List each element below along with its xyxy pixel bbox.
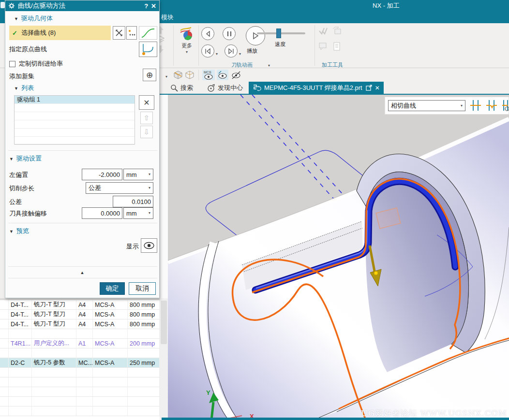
table-cell	[76, 387, 93, 396]
section-list[interactable]: ▼列表	[14, 84, 34, 92]
transform-icon[interactable]	[332, 26, 342, 36]
table-cell	[9, 368, 32, 377]
section-drive-geometry[interactable]: ▼驱动几何体	[14, 14, 53, 23]
table-cell	[93, 406, 128, 416]
add-new-set-button[interactable]: ⊕	[143, 69, 156, 81]
ribbon-tab-module[interactable]: 模块	[161, 13, 174, 22]
discovery-icon	[207, 84, 215, 92]
follow-fillet-icon[interactable]	[485, 99, 498, 112]
table-row[interactable]: D4-T...铣刀-T 型刀A4MCS-A800 mmp	[0, 310, 160, 319]
list-item[interactable]	[15, 129, 135, 137]
left-offset-unit-combo[interactable]: mm▾	[123, 169, 153, 180]
note-icon[interactable]	[318, 42, 328, 51]
go-to-end-button[interactable]	[225, 44, 238, 58]
table-row[interactable]	[0, 397, 160, 406]
preview-display-button[interactable]	[141, 238, 157, 253]
table-row[interactable]: D4-T...铣刀-T 型刀A4MCS-A800 mmp	[0, 319, 160, 329]
checkbox-box	[9, 61, 15, 67]
table-cell	[0, 358, 9, 367]
table-cell: D2-C	[9, 358, 32, 367]
show-mcs-button[interactable]: MCS	[202, 70, 215, 80]
speed-slider-track[interactable]	[257, 32, 305, 34]
left-offset-input[interactable]: -2.0000	[82, 169, 122, 180]
tolerance-input[interactable]: 0.0100	[113, 196, 153, 207]
dialog-titlebar[interactable]: 曲线/点驱动方法 ? ✕	[5, 0, 159, 11]
dialog-collapse-toggle[interactable]: ▲	[5, 270, 159, 275]
show-object-button[interactable]	[217, 70, 228, 80]
start-options-caret[interactable]: ▾	[216, 49, 218, 57]
table-row[interactable]	[0, 368, 160, 377]
move-up-list-button[interactable]: ⇧	[140, 112, 153, 124]
hide-object-button[interactable]	[230, 70, 242, 80]
preview-display-label: 显示	[126, 242, 139, 251]
graphics-viewport[interactable]	[168, 95, 509, 420]
table-cell: MCS-A	[93, 358, 128, 367]
verify-icon[interactable]	[318, 26, 328, 36]
active-document-tab[interactable]: MEPMC-4F5-3UUTT 焊接单品2.prt ✕	[249, 82, 384, 94]
table-scrollbar-thumb[interactable]	[161, 301, 167, 344]
table-row[interactable]	[0, 329, 160, 339]
preview-eye-icon	[143, 241, 155, 250]
tab-close-icon[interactable]: ✕	[375, 85, 380, 91]
discovery-center-tab[interactable]: 发现中心	[207, 84, 243, 92]
document-icon[interactable]	[332, 42, 342, 51]
table-row[interactable]: T4R1...用户定义的...A1MCS-A200 mmp	[0, 339, 160, 348]
list-item[interactable]	[15, 137, 135, 145]
quick-access-icon[interactable]	[0, 2, 5, 8]
end-options-caret[interactable]: ▾	[239, 49, 241, 57]
table-cell: 800 mmp	[128, 300, 160, 309]
check-icon: ✓	[12, 29, 17, 37]
table-row[interactable]	[0, 406, 160, 416]
curve-button[interactable]	[139, 26, 157, 40]
drive-group-list[interactable]: 驱动组 1	[14, 95, 135, 145]
table-cell	[93, 348, 128, 358]
contact-offset-input[interactable]: 0.0000	[82, 207, 122, 219]
table-row[interactable]	[0, 387, 160, 397]
dialog-close-icon[interactable]: ✕	[151, 2, 156, 10]
more-button-right[interactable]: 更多 ▾	[176, 25, 197, 61]
table-cell	[93, 387, 128, 396]
shaded-view-icon[interactable]	[173, 70, 183, 80]
table-row[interactable]: D2-C铣刀-5 参数MC...MCS-A250 mmp	[0, 358, 160, 368]
contact-offset-unit-combo[interactable]: mm▾	[123, 207, 153, 219]
help-icon[interactable]: ?	[144, 2, 148, 10]
section-drive-settings[interactable]: ▼驱动设置	[9, 154, 42, 163]
animation-group-caret[interactable]: ▾	[268, 61, 270, 68]
go-to-start-button[interactable]	[201, 44, 214, 58]
select-curve-field[interactable]: ✓ 选择曲线 (8)	[9, 26, 111, 40]
stop-at-intersection-icon[interactable]	[469, 99, 482, 112]
cut-step-combo[interactable]: 公差▾	[86, 182, 153, 194]
list-item[interactable]: 驱动组 1	[15, 96, 135, 104]
detach-window-icon[interactable]	[365, 85, 372, 91]
wireframe-view-icon[interactable]	[185, 70, 195, 80]
list-item[interactable]	[15, 104, 135, 112]
custom-feed-rate-checkbox[interactable]: 定制切削进给率	[9, 59, 63, 68]
search-tab[interactable]: 搜索	[170, 84, 193, 92]
move-down-list-button[interactable]: ⇩	[140, 126, 153, 138]
table-cell	[0, 300, 9, 309]
remove-list-item-button[interactable]: ✕	[139, 95, 154, 110]
deselect-button[interactable]	[113, 26, 125, 40]
curve-rule-refresh-icon[interactable]	[501, 99, 509, 112]
point-dialog-button[interactable]	[126, 26, 137, 40]
specify-origin-curve-button[interactable]	[139, 42, 157, 57]
table-cell	[9, 397, 32, 406]
table-cell: A4	[76, 319, 93, 329]
play-button[interactable]	[246, 26, 265, 45]
section-preview[interactable]: ▼预览	[9, 227, 29, 235]
table-row[interactable]: D4-T...铣刀-T 型刀A4MCS-A800 mmp	[0, 300, 160, 310]
table-cell: 铣刀-5 参数	[32, 358, 76, 367]
speed-slider-handle[interactable]	[276, 29, 281, 38]
table-cell: A1	[76, 339, 93, 348]
step-back-button[interactable]	[201, 27, 214, 40]
table-row[interactable]	[0, 377, 160, 387]
operations-table[interactable]: D4-T...铣刀-T 型刀A4MCS-A800 mmpD4-T...铣刀-T …	[0, 298, 160, 420]
curve-rule-combo[interactable]: 相切曲线 ▾	[388, 100, 465, 111]
table-row[interactable]	[0, 348, 160, 358]
list-item[interactable]	[15, 112, 135, 120]
mini-caret[interactable]: ▾	[165, 72, 167, 79]
ok-button[interactable]: 确定	[100, 282, 125, 295]
list-item[interactable]	[15, 120, 135, 129]
pause-button[interactable]	[223, 27, 236, 40]
cancel-button[interactable]: 取消	[129, 282, 156, 295]
